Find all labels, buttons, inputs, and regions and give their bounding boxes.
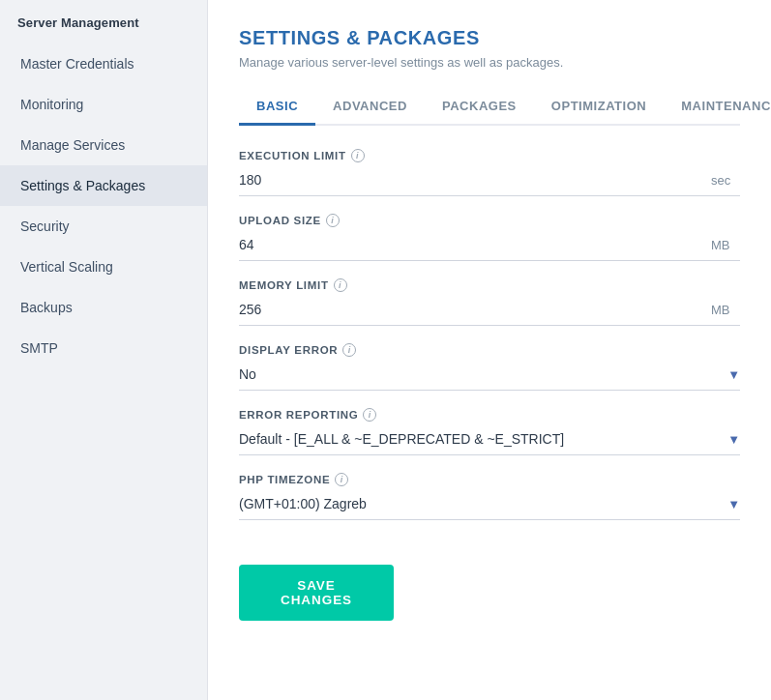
upload-size-section: UPLOAD SIZE i MB [239, 214, 740, 261]
upload-size-info-icon: i [326, 214, 340, 227]
php-timezone-select[interactable]: (GMT+01:00) Zagreb (GMT+00:00) UTC (GMT+… [239, 494, 727, 513]
memory-limit-info-icon: i [334, 278, 347, 292]
error-reporting-section: ERROR REPORTING i Default - [E_ALL & ~E_… [239, 408, 740, 455]
php-timezone-chevron-icon: ▼ [727, 497, 740, 511]
php-timezone-row: (GMT+01:00) Zagreb (GMT+00:00) UTC (GMT+… [239, 494, 740, 520]
upload-size-input[interactable] [239, 235, 703, 254]
save-changes-button[interactable]: SAVE CHANGES [239, 565, 394, 621]
sidebar-item-backups[interactable]: Backups [0, 287, 207, 328]
sidebar-item-vertical-scaling[interactable]: Vertical Scaling [0, 247, 207, 287]
memory-limit-input[interactable] [239, 300, 703, 319]
execution-limit-section: EXECUTION LIMIT i sec [239, 149, 740, 196]
execution-limit-input[interactable] [239, 170, 703, 190]
tab-basic[interactable]: BASIC [239, 89, 315, 126]
sidebar-item-smtp[interactable]: SMTP [0, 328, 207, 368]
tab-maintenance[interactable]: MAINTENANCE [664, 89, 771, 126]
php-timezone-info-icon: i [335, 473, 348, 486]
upload-size-row: MB [239, 235, 740, 261]
php-timezone-label: PHP TIMEZONE i [239, 473, 740, 486]
page-title: SETTINGS & PACKAGES [239, 27, 740, 49]
display-error-select[interactable]: No Yes [239, 365, 727, 384]
memory-limit-unit: MB [711, 303, 740, 317]
memory-limit-row: MB [239, 300, 740, 326]
upload-size-label: UPLOAD SIZE i [239, 214, 740, 227]
error-reporting-label: ERROR REPORTING i [239, 408, 740, 422]
page-subtitle: Manage various server-level settings as … [239, 55, 740, 70]
sidebar-title: Server Management [0, 0, 207, 44]
error-reporting-info-icon: i [363, 408, 376, 422]
error-reporting-select[interactable]: Default - [E_ALL & ~E_DEPRECATED & ~E_ST… [239, 429, 727, 449]
execution-limit-label: EXECUTION LIMIT i [239, 149, 740, 162]
memory-limit-label: MEMORY LIMIT i [239, 278, 740, 292]
display-error-info-icon: i [342, 343, 356, 357]
main-content: SETTINGS & PACKAGES Manage various serve… [208, 0, 771, 700]
php-timezone-section: PHP TIMEZONE i (GMT+01:00) Zagreb (GMT+0… [239, 473, 740, 520]
sidebar-item-monitoring[interactable]: Monitoring [0, 84, 207, 125]
display-error-label: DISPLAY ERROR i [239, 343, 740, 357]
memory-limit-section: MEMORY LIMIT i MB [239, 278, 740, 326]
display-error-chevron-icon: ▼ [727, 367, 740, 382]
sidebar-item-settings-packages[interactable]: Settings & Packages [0, 165, 207, 206]
sidebar-item-master-credentials[interactable]: Master Credentials [0, 44, 207, 84]
sidebar-item-manage-services[interactable]: Manage Services [0, 125, 207, 165]
tabs: BASIC ADVANCED PACKAGES OPTIMIZATION MAI… [239, 89, 740, 126]
display-error-section: DISPLAY ERROR i No Yes ▼ [239, 343, 740, 391]
error-reporting-row: Default - [E_ALL & ~E_DEPRECATED & ~E_ST… [239, 429, 740, 455]
tab-optimization[interactable]: OPTIMIZATION [534, 89, 664, 126]
execution-limit-row: sec [239, 170, 740, 196]
tab-advanced[interactable]: ADVANCED [315, 89, 425, 126]
execution-limit-unit: sec [711, 173, 740, 188]
display-error-row: No Yes ▼ [239, 365, 740, 391]
sidebar-item-security[interactable]: Security [0, 206, 207, 247]
sidebar: Server Management Master Credentials Mon… [0, 0, 208, 700]
error-reporting-chevron-icon: ▼ [727, 432, 740, 447]
tab-packages[interactable]: PACKAGES [425, 89, 534, 126]
execution-limit-info-icon: i [351, 149, 365, 162]
upload-size-unit: MB [711, 238, 740, 252]
